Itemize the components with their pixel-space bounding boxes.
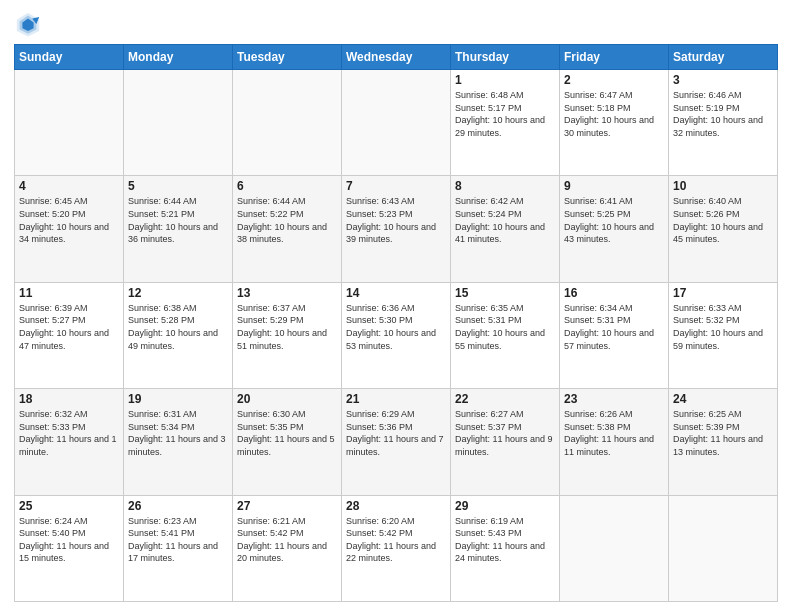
- calendar-cell: 17Sunrise: 6:33 AM Sunset: 5:32 PM Dayli…: [669, 282, 778, 388]
- day-number: 3: [673, 73, 773, 87]
- day-number: 5: [128, 179, 228, 193]
- calendar-cell: [15, 70, 124, 176]
- day-number: 26: [128, 499, 228, 513]
- day-number: 28: [346, 499, 446, 513]
- calendar-cell: 25Sunrise: 6:24 AM Sunset: 5:40 PM Dayli…: [15, 495, 124, 601]
- day-info: Sunrise: 6:38 AM Sunset: 5:28 PM Dayligh…: [128, 302, 228, 352]
- weekday-header-saturday: Saturday: [669, 45, 778, 70]
- day-number: 18: [19, 392, 119, 406]
- weekday-header-friday: Friday: [560, 45, 669, 70]
- calendar-cell: 19Sunrise: 6:31 AM Sunset: 5:34 PM Dayli…: [124, 389, 233, 495]
- day-info: Sunrise: 6:44 AM Sunset: 5:21 PM Dayligh…: [128, 195, 228, 245]
- day-info: Sunrise: 6:27 AM Sunset: 5:37 PM Dayligh…: [455, 408, 555, 458]
- day-number: 23: [564, 392, 664, 406]
- calendar-cell: 18Sunrise: 6:32 AM Sunset: 5:33 PM Dayli…: [15, 389, 124, 495]
- day-info: Sunrise: 6:39 AM Sunset: 5:27 PM Dayligh…: [19, 302, 119, 352]
- calendar-cell: 29Sunrise: 6:19 AM Sunset: 5:43 PM Dayli…: [451, 495, 560, 601]
- day-info: Sunrise: 6:19 AM Sunset: 5:43 PM Dayligh…: [455, 515, 555, 565]
- day-number: 12: [128, 286, 228, 300]
- day-number: 2: [564, 73, 664, 87]
- day-info: Sunrise: 6:41 AM Sunset: 5:25 PM Dayligh…: [564, 195, 664, 245]
- day-number: 25: [19, 499, 119, 513]
- day-info: Sunrise: 6:44 AM Sunset: 5:22 PM Dayligh…: [237, 195, 337, 245]
- day-info: Sunrise: 6:31 AM Sunset: 5:34 PM Dayligh…: [128, 408, 228, 458]
- day-number: 21: [346, 392, 446, 406]
- calendar-cell: 1Sunrise: 6:48 AM Sunset: 5:17 PM Daylig…: [451, 70, 560, 176]
- weekday-header-tuesday: Tuesday: [233, 45, 342, 70]
- calendar-cell: 4Sunrise: 6:45 AM Sunset: 5:20 PM Daylig…: [15, 176, 124, 282]
- day-info: Sunrise: 6:40 AM Sunset: 5:26 PM Dayligh…: [673, 195, 773, 245]
- day-info: Sunrise: 6:23 AM Sunset: 5:41 PM Dayligh…: [128, 515, 228, 565]
- day-info: Sunrise: 6:36 AM Sunset: 5:30 PM Dayligh…: [346, 302, 446, 352]
- calendar-cell: 12Sunrise: 6:38 AM Sunset: 5:28 PM Dayli…: [124, 282, 233, 388]
- calendar-cell: [669, 495, 778, 601]
- weekday-header-sunday: Sunday: [15, 45, 124, 70]
- calendar-cell: 23Sunrise: 6:26 AM Sunset: 5:38 PM Dayli…: [560, 389, 669, 495]
- day-info: Sunrise: 6:24 AM Sunset: 5:40 PM Dayligh…: [19, 515, 119, 565]
- day-info: Sunrise: 6:29 AM Sunset: 5:36 PM Dayligh…: [346, 408, 446, 458]
- day-number: 1: [455, 73, 555, 87]
- calendar-cell: [560, 495, 669, 601]
- calendar-cell: [233, 70, 342, 176]
- day-info: Sunrise: 6:33 AM Sunset: 5:32 PM Dayligh…: [673, 302, 773, 352]
- calendar-cell: [342, 70, 451, 176]
- calendar-cell: 15Sunrise: 6:35 AM Sunset: 5:31 PM Dayli…: [451, 282, 560, 388]
- logo-icon: [14, 10, 42, 38]
- calendar-cell: 2Sunrise: 6:47 AM Sunset: 5:18 PM Daylig…: [560, 70, 669, 176]
- calendar-cell: 22Sunrise: 6:27 AM Sunset: 5:37 PM Dayli…: [451, 389, 560, 495]
- calendar-cell: 20Sunrise: 6:30 AM Sunset: 5:35 PM Dayli…: [233, 389, 342, 495]
- day-number: 13: [237, 286, 337, 300]
- calendar-cell: 21Sunrise: 6:29 AM Sunset: 5:36 PM Dayli…: [342, 389, 451, 495]
- day-number: 29: [455, 499, 555, 513]
- calendar-cell: 3Sunrise: 6:46 AM Sunset: 5:19 PM Daylig…: [669, 70, 778, 176]
- day-number: 6: [237, 179, 337, 193]
- day-number: 19: [128, 392, 228, 406]
- calendar-cell: 10Sunrise: 6:40 AM Sunset: 5:26 PM Dayli…: [669, 176, 778, 282]
- calendar-cell: 7Sunrise: 6:43 AM Sunset: 5:23 PM Daylig…: [342, 176, 451, 282]
- page: SundayMondayTuesdayWednesdayThursdayFrid…: [0, 0, 792, 612]
- header: [14, 10, 778, 38]
- calendar-cell: 9Sunrise: 6:41 AM Sunset: 5:25 PM Daylig…: [560, 176, 669, 282]
- calendar-cell: 14Sunrise: 6:36 AM Sunset: 5:30 PM Dayli…: [342, 282, 451, 388]
- weekday-header-thursday: Thursday: [451, 45, 560, 70]
- weekday-header-monday: Monday: [124, 45, 233, 70]
- day-number: 14: [346, 286, 446, 300]
- day-number: 10: [673, 179, 773, 193]
- day-number: 11: [19, 286, 119, 300]
- weekday-header-wednesday: Wednesday: [342, 45, 451, 70]
- calendar-table: SundayMondayTuesdayWednesdayThursdayFrid…: [14, 44, 778, 602]
- day-info: Sunrise: 6:34 AM Sunset: 5:31 PM Dayligh…: [564, 302, 664, 352]
- day-number: 22: [455, 392, 555, 406]
- day-info: Sunrise: 6:30 AM Sunset: 5:35 PM Dayligh…: [237, 408, 337, 458]
- day-info: Sunrise: 6:47 AM Sunset: 5:18 PM Dayligh…: [564, 89, 664, 139]
- day-number: 17: [673, 286, 773, 300]
- day-number: 9: [564, 179, 664, 193]
- calendar-cell: 8Sunrise: 6:42 AM Sunset: 5:24 PM Daylig…: [451, 176, 560, 282]
- day-info: Sunrise: 6:20 AM Sunset: 5:42 PM Dayligh…: [346, 515, 446, 565]
- logo: [14, 10, 46, 38]
- day-number: 16: [564, 286, 664, 300]
- day-info: Sunrise: 6:26 AM Sunset: 5:38 PM Dayligh…: [564, 408, 664, 458]
- calendar-cell: 27Sunrise: 6:21 AM Sunset: 5:42 PM Dayli…: [233, 495, 342, 601]
- calendar-cell: 28Sunrise: 6:20 AM Sunset: 5:42 PM Dayli…: [342, 495, 451, 601]
- day-info: Sunrise: 6:32 AM Sunset: 5:33 PM Dayligh…: [19, 408, 119, 458]
- day-info: Sunrise: 6:21 AM Sunset: 5:42 PM Dayligh…: [237, 515, 337, 565]
- calendar-cell: 26Sunrise: 6:23 AM Sunset: 5:41 PM Dayli…: [124, 495, 233, 601]
- day-number: 27: [237, 499, 337, 513]
- calendar-cell: 5Sunrise: 6:44 AM Sunset: 5:21 PM Daylig…: [124, 176, 233, 282]
- day-info: Sunrise: 6:48 AM Sunset: 5:17 PM Dayligh…: [455, 89, 555, 139]
- day-info: Sunrise: 6:35 AM Sunset: 5:31 PM Dayligh…: [455, 302, 555, 352]
- day-number: 8: [455, 179, 555, 193]
- calendar-cell: 13Sunrise: 6:37 AM Sunset: 5:29 PM Dayli…: [233, 282, 342, 388]
- day-number: 15: [455, 286, 555, 300]
- calendar-cell: 6Sunrise: 6:44 AM Sunset: 5:22 PM Daylig…: [233, 176, 342, 282]
- day-number: 20: [237, 392, 337, 406]
- calendar-cell: [124, 70, 233, 176]
- calendar-cell: 11Sunrise: 6:39 AM Sunset: 5:27 PM Dayli…: [15, 282, 124, 388]
- day-info: Sunrise: 6:43 AM Sunset: 5:23 PM Dayligh…: [346, 195, 446, 245]
- day-number: 24: [673, 392, 773, 406]
- day-info: Sunrise: 6:37 AM Sunset: 5:29 PM Dayligh…: [237, 302, 337, 352]
- calendar-cell: 24Sunrise: 6:25 AM Sunset: 5:39 PM Dayli…: [669, 389, 778, 495]
- calendar-cell: 16Sunrise: 6:34 AM Sunset: 5:31 PM Dayli…: [560, 282, 669, 388]
- day-info: Sunrise: 6:42 AM Sunset: 5:24 PM Dayligh…: [455, 195, 555, 245]
